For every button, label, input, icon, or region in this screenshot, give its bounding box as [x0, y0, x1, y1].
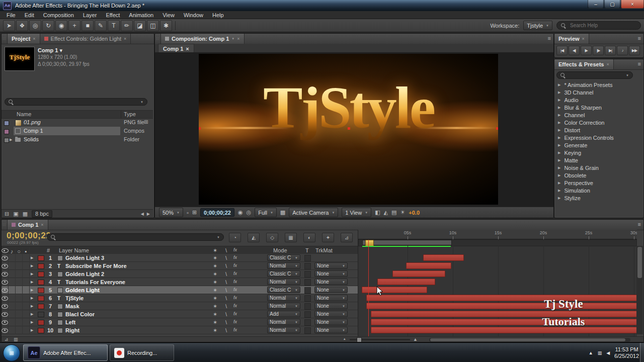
- category-label[interactable]: Obsolete: [564, 172, 586, 178]
- layer-visibility-eye-icon[interactable]: [2, 312, 8, 317]
- category-label[interactable]: Simulation: [564, 188, 590, 194]
- trkmat-dropdown[interactable]: None▼: [314, 327, 348, 333]
- layer-name[interactable]: Tutorials For Everyone: [65, 279, 125, 285]
- collapse-button-icon[interactable]: ⊿: [5, 337, 9, 342]
- layer-lock-cell[interactable]: [23, 286, 30, 294]
- layer-label-swatch[interactable]: [38, 263, 44, 269]
- layer-visibility-eye-icon[interactable]: [2, 296, 8, 301]
- trkmat-toggle[interactable]: [304, 319, 311, 326]
- interpret-badge-icon[interactable]: ⊞: [144, 119, 148, 125]
- layer-name[interactable]: Subscribe Me For More: [65, 263, 127, 269]
- column-layer-name[interactable]: Layer Name: [59, 247, 89, 253]
- expander-icon[interactable]: ▶: [558, 143, 560, 147]
- layer-label-swatch[interactable]: [38, 272, 44, 277]
- layer-handle[interactable]: [199, 127, 201, 130]
- hide-shy-icon[interactable]: ▥: [14, 337, 18, 342]
- timeline-toolbar-icon[interactable]: ◔: [229, 233, 241, 242]
- quality-switch-icon[interactable]: \: [225, 255, 227, 261]
- new-composition-icon[interactable]: ▦: [23, 211, 28, 217]
- layer-label-swatch[interactable]: [38, 328, 44, 333]
- roi-icon[interactable]: ▫: [187, 210, 189, 216]
- layer-expander-icon[interactable]: ▶: [31, 312, 33, 316]
- layer-duration-bar[interactable]: [362, 287, 427, 293]
- trkmat-toggle[interactable]: [304, 327, 311, 334]
- layer-audio-cell[interactable]: [9, 270, 16, 278]
- layer-solo-cell[interactable]: [16, 294, 23, 302]
- resolution-dropdown[interactable]: Full ▼: [255, 208, 277, 217]
- layer-expander-icon[interactable]: ▶: [31, 304, 33, 308]
- trkmat-toggle[interactable]: [304, 287, 311, 294]
- category-label[interactable]: Noise & Grain: [564, 165, 598, 171]
- project-item-row[interactable]: ▶ Solids Folder: [2, 135, 153, 144]
- layer-name[interactable]: Golden Light: [65, 287, 100, 293]
- layer-solo-cell[interactable]: [16, 302, 23, 310]
- menu-item[interactable]: Effect: [101, 12, 124, 18]
- close-icon[interactable]: ×: [124, 36, 126, 41]
- layer-visibility-eye-icon[interactable]: [2, 328, 8, 333]
- layer-lock-cell[interactable]: [23, 318, 30, 326]
- fast-preview-icon[interactable]: ◭: [384, 209, 388, 216]
- tool-button-icon[interactable]: ◎: [29, 20, 41, 31]
- zoom-in-mountain-icon[interactable]: ▲: [413, 337, 418, 342]
- layer-audio-cell[interactable]: [9, 254, 16, 262]
- effects-category-row[interactable]: ▶ Matte: [554, 156, 643, 164]
- effects-category-row[interactable]: ▶ Color Correction: [554, 119, 643, 126]
- layer-duration-bar[interactable]: [377, 279, 435, 285]
- layer-duration-bar[interactable]: [392, 270, 445, 277]
- category-label[interactable]: Blur & Sharpen: [564, 105, 602, 111]
- timeline-vertical-scrollbar[interactable]: [636, 246, 643, 334]
- tool-button-icon[interactable]: T: [108, 20, 120, 31]
- expander-icon[interactable]: ▶: [558, 128, 560, 132]
- layer-audio-cell[interactable]: [9, 262, 16, 270]
- blend-mode-dropdown[interactable]: Classic C▼: [267, 270, 300, 277]
- category-label[interactable]: Matte: [564, 157, 578, 163]
- layer-expander-icon[interactable]: ▶: [31, 328, 33, 332]
- panel-menu-icon[interactable]: ≡: [638, 61, 641, 67]
- quality-switch-icon[interactable]: \: [225, 319, 227, 325]
- effects-category-row[interactable]: ▶ Noise & Grain: [554, 164, 643, 171]
- expander-icon[interactable]: ▶: [558, 98, 560, 102]
- menu-item[interactable]: Window: [179, 12, 208, 18]
- timeline-layer-row[interactable]: ▶ 4 T Tutorials For Everyone ✶ \ fx Norm…: [2, 278, 636, 286]
- layer-duration-bar[interactable]: [406, 262, 451, 269]
- workspace-dropdown[interactable]: Tjstyle ▼: [523, 21, 552, 30]
- tool-button-icon[interactable]: ✏: [121, 20, 133, 31]
- layer-solo-cell[interactable]: [16, 286, 23, 294]
- shy-switch-icon[interactable]: ✶: [213, 287, 217, 294]
- timeline-toolbar-icon[interactable]: ⊿: [341, 233, 353, 242]
- layer-name[interactable]: Right: [65, 327, 79, 333]
- trkmat-dropdown[interactable]: None▼: [314, 311, 348, 317]
- layer-expander-icon[interactable]: ▶: [31, 280, 33, 284]
- blend-mode-dropdown[interactable]: Classic C▼: [267, 254, 300, 261]
- blend-mode-dropdown[interactable]: Normal▼: [267, 327, 300, 333]
- comp-thumbnail[interactable]: TjStyle: [5, 47, 35, 71]
- show-desktop-button[interactable]: [640, 343, 644, 362]
- menu-item[interactable]: Composition: [39, 12, 78, 18]
- expander-icon[interactable]: ▶: [10, 138, 12, 142]
- preview-transport-button[interactable]: ▶|: [605, 46, 616, 55]
- exposure-icon[interactable]: ☀: [400, 209, 405, 216]
- layer-audio-cell[interactable]: [9, 278, 16, 286]
- help-search-box[interactable]: [556, 21, 641, 30]
- timeline-toolbar-icon[interactable]: ◭: [248, 233, 260, 242]
- layer-audio-cell[interactable]: [9, 310, 16, 318]
- expander-icon[interactable]: ▶: [558, 196, 560, 200]
- layer-duration-bar[interactable]: [423, 254, 464, 261]
- effects-switch-icon[interactable]: fx: [233, 319, 237, 324]
- layer-visibility-eye-icon[interactable]: [2, 256, 8, 260]
- layer-visibility-eye-icon[interactable]: [2, 288, 8, 293]
- layer-label-swatch[interactable]: [38, 320, 44, 325]
- quality-switch-icon[interactable]: \: [225, 303, 227, 309]
- layer-expander-icon[interactable]: ▶: [31, 264, 33, 268]
- comp-timecode[interactable]: 0;00;00;22: [200, 208, 234, 217]
- layer-visibility-eye-icon[interactable]: [2, 264, 8, 268]
- column-number[interactable]: #: [47, 247, 50, 253]
- quality-switch-icon[interactable]: \: [225, 271, 227, 277]
- effects-switch-icon[interactable]: fx: [233, 279, 237, 284]
- expander-icon[interactable]: ▶: [558, 121, 560, 125]
- item-name[interactable]: 01.png: [24, 119, 41, 125]
- timeline-layer-row[interactable]: ▶ 5 Golden Light ✶ \ fx Classic C▼: [2, 286, 636, 294]
- layer-lock-cell[interactable]: [23, 262, 30, 270]
- panel-menu-icon[interactable]: ≡: [548, 35, 551, 41]
- expander-icon[interactable]: ▶: [558, 83, 560, 87]
